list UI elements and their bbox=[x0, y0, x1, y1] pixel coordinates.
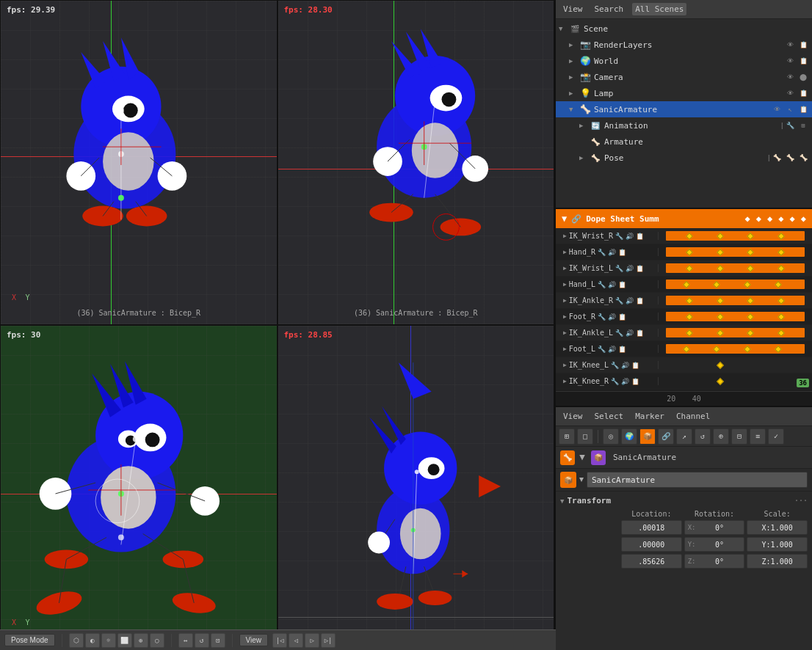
dope-row-hand-r[interactable]: ▶ Hand_R 🔧 🔊 📋 bbox=[556, 244, 812, 260]
toolbar-icon-9[interactable]: ⊕ bbox=[713, 428, 729, 445]
icon-texture[interactable]: ⬜ bbox=[117, 633, 132, 648]
dope-diamond1[interactable]: ◆ bbox=[744, 213, 752, 224]
object-name-input[interactable] bbox=[587, 472, 808, 488]
dope-diamond6[interactable]: ◆ bbox=[800, 213, 808, 224]
viewport-top-left[interactable]: fps: 29.39 bbox=[0, 0, 278, 325]
icon-transform-3[interactable]: ⊡ bbox=[211, 633, 225, 648]
toolbar-sep1 bbox=[598, 430, 598, 443]
icon-view-perspective[interactable]: ⬡ bbox=[69, 633, 84, 648]
scale-z-value: Z:1.000 bbox=[762, 558, 793, 566]
dope-row-ik-ankle-l[interactable]: ▶ IK_Ankle_L 🔧 🔊 📋 bbox=[556, 325, 812, 341]
props-select-btn[interactable]: Select bbox=[592, 410, 627, 423]
outliner-view-btn[interactable]: View bbox=[560, 3, 586, 15]
loc-z-value: .85626 bbox=[638, 558, 664, 566]
toolbar-icon-11[interactable]: ≡ bbox=[750, 428, 766, 445]
toolbar-icon-1[interactable]: ⊞ bbox=[559, 428, 575, 445]
sanicarmature-vis[interactable]: 👁 bbox=[771, 103, 783, 115]
viewport-area: fps: 29.39 bbox=[0, 0, 556, 650]
outliner-item-animation[interactable]: ▶ 🔄 Animation | 🔧 ⊞ bbox=[556, 117, 812, 134]
dope-row-ik-knee-l[interactable]: ▶ IK_Knee_L 🔧 🔊 📋 bbox=[556, 357, 812, 373]
outliner-item-sanicarmature[interactable]: ▼ 🦴 SanicArmature 👁 ↖ 📋 bbox=[556, 101, 812, 117]
dope-row-foot-l[interactable]: ▶ Foot_L 🔧 🔊 📋 bbox=[556, 341, 812, 357]
timeline-mark-40: 40 bbox=[684, 395, 710, 403]
icon-snap[interactable]: ⊕ bbox=[134, 633, 148, 648]
scale-z-field[interactable]: Z:1.000 bbox=[747, 554, 808, 569]
outliner-item-scene[interactable]: ▼ 🎬 Scene bbox=[556, 21, 812, 37]
toolbar-icon-10[interactable]: ⊟ bbox=[731, 428, 747, 445]
camera-vis[interactable]: 👁 bbox=[784, 71, 796, 83]
svg-point-83 bbox=[377, 594, 413, 610]
loc-x-field[interactable]: .00018 bbox=[621, 520, 682, 535]
axis-labels-bl: X Y bbox=[10, 618, 32, 627]
outliner-item-pose[interactable]: ▶ 🦴 Pose | 🦴 🦴 🦴 bbox=[556, 150, 812, 166]
dope-channel-hand-r bbox=[659, 244, 812, 260]
world-vis[interactable]: 👁 bbox=[784, 55, 796, 67]
icon-play[interactable]: ▷ bbox=[305, 633, 319, 648]
sonic-svg-tr bbox=[278, 1, 554, 324]
dope-diamond3[interactable]: ◆ bbox=[766, 213, 774, 224]
props-marker-btn[interactable]: Marker bbox=[632, 410, 667, 423]
pose-icon1: 🦴 bbox=[771, 152, 783, 164]
toolbar-icon-7[interactable]: ↗ bbox=[676, 428, 692, 445]
dope-diamond4[interactable]: ◆ bbox=[777, 213, 785, 224]
icon-frame-prev[interactable]: |◁ bbox=[272, 633, 287, 648]
outliner-item-renderlayers[interactable]: ▶ 📷 RenderLayers 👁 📋 bbox=[556, 37, 812, 53]
viewport-bottom-right[interactable]: fps: 28.85 bbox=[278, 325, 555, 650]
svg-marker-93 bbox=[398, 362, 431, 399]
icon-transform-2[interactable]: ↺ bbox=[195, 633, 209, 648]
pose-mode-btn[interactable]: Pose Mode bbox=[4, 634, 55, 646]
outliner-item-camera[interactable]: ▶ 📸 Camera 👁 ⬤ bbox=[556, 69, 812, 85]
dope-timeline-footer: 20 40 bbox=[556, 391, 812, 406]
dope-row-ik-knee-r[interactable]: ▶ IK_Knee_R 🔧 🔊 📋 36 bbox=[556, 373, 812, 390]
lamp-vis[interactable]: 👁 bbox=[784, 87, 796, 99]
axis-labels-tl: X Y bbox=[10, 293, 32, 302]
transform-expand-icon: ▼ bbox=[560, 497, 564, 505]
icon-proportional[interactable]: ○ bbox=[150, 633, 164, 648]
toolbar-icon-2[interactable]: □ bbox=[577, 428, 593, 445]
outliner-item-lamp[interactable]: ▶ 💡 Lamp 👁 📋 bbox=[556, 85, 812, 101]
props-channel-btn[interactable]: Channel bbox=[673, 410, 713, 423]
toolbar-icon-4[interactable]: 🌍 bbox=[621, 428, 637, 445]
renderlayers-vis[interactable]: 👁 bbox=[784, 39, 796, 51]
toolbar-icon-5[interactable]: 📦 bbox=[639, 428, 656, 445]
dope-diamond5[interactable]: ◆ bbox=[789, 213, 797, 224]
dope-row-hand-l[interactable]: ▶ Hand_L 🔧 🔊 📋 bbox=[556, 277, 812, 293]
transform-header[interactable]: ▼ Transform ··· bbox=[560, 496, 808, 505]
view-btn[interactable]: View bbox=[239, 634, 269, 646]
dope-diamond2[interactable]: ◆ bbox=[755, 213, 763, 224]
dope-row-ik-wrist-l[interactable]: ▶ IK_Wrist_L 🔧 🔊 📋 bbox=[556, 260, 812, 277]
outliner-item-world[interactable]: ▶ 🌍 World 👁 📋 bbox=[556, 53, 812, 69]
dope-row-ik-wrist-r[interactable]: ▶ IK_Wrist_R 🔧 🔊 📋 bbox=[556, 228, 812, 244]
toolbar-icon-12[interactable]: ✓ bbox=[768, 428, 784, 445]
scale-y-field[interactable]: Y:1.000 bbox=[747, 537, 808, 552]
icon-shading-solid[interactable]: ◐ bbox=[85, 633, 100, 648]
dope-label-foot-r: ▶ Foot_R 🔧 🔊 📋 bbox=[556, 313, 659, 321]
viewport-label-tr: (36) SanicArmature : Bicep_R bbox=[354, 309, 478, 317]
outliner-item-armature[interactable]: 🦴 Armature bbox=[556, 134, 812, 150]
loc-z-field[interactable]: .85626 bbox=[621, 554, 682, 569]
icon-render[interactable]: ☼ bbox=[101, 633, 116, 648]
loc-y-field[interactable]: .00000 bbox=[621, 537, 682, 552]
renderlayers-icon: 📷 bbox=[579, 39, 591, 51]
dope-row-ik-ankle-r[interactable]: ▶ IK_Ankle_R 🔧 🔊 📋 bbox=[556, 293, 812, 309]
toolbar-icon-3[interactable]: ◎ bbox=[603, 428, 619, 445]
outliner-search-btn[interactable]: Search bbox=[592, 3, 627, 15]
world-actions: 👁 📋 bbox=[784, 55, 809, 67]
rot-x-field[interactable]: X: 0° bbox=[684, 520, 745, 535]
viewport-top-right[interactable]: fps: 28.30 bbox=[278, 0, 555, 325]
viewport-bottom-left[interactable]: fps: 30 bbox=[0, 325, 278, 650]
rot-z-field[interactable]: Z: 0° bbox=[684, 554, 745, 569]
toolbar-icon-6[interactable]: 🔗 bbox=[658, 428, 674, 445]
rot-y-field[interactable]: Y: 0° bbox=[684, 537, 745, 552]
props-view-btn[interactable]: View bbox=[560, 410, 586, 423]
dope-row-foot-r[interactable]: ▶ Foot_R 🔧 🔊 📋 bbox=[556, 309, 812, 325]
dope-expand-btn[interactable]: ▼ bbox=[560, 213, 568, 224]
icon-frame-fwd[interactable]: ▷| bbox=[321, 633, 336, 648]
icon-frame-back[interactable]: ◁ bbox=[289, 633, 303, 648]
scale-x-field[interactable]: X:1.000 bbox=[747, 520, 808, 535]
icon-transform-1[interactable]: ↔ bbox=[178, 633, 193, 648]
toolbar-icon-8[interactable]: ↺ bbox=[695, 428, 711, 445]
lamp-icon2: 📋 bbox=[797, 87, 809, 99]
outliner-all-scenes-btn[interactable]: All Scenes bbox=[632, 3, 686, 15]
loc-y-value: .00000 bbox=[638, 541, 664, 549]
